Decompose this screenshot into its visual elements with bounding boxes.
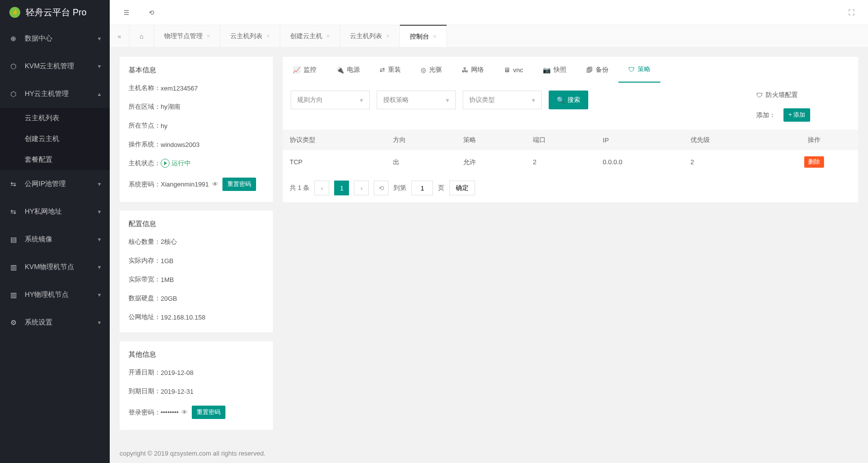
console-tab-3[interactable]: ◎光驱 (411, 57, 452, 83)
tab-label: 控制台 (410, 32, 429, 41)
page-tab-4[interactable]: 控制台× (400, 25, 447, 47)
loginpwd-label: 登录密码 (129, 408, 161, 417)
console-tabs: 📈监控🔌电源⇄重装◎光驱🖧网络🖥vnc📷快照🗐备份🛡策略 (283, 57, 858, 83)
caret-down-icon: ▾ (360, 96, 363, 104)
disk-label: 数据硬盘 (129, 294, 161, 303)
chevron-down-icon: ▾ (98, 319, 101, 326)
eye-off-icon[interactable]: 👁 (212, 181, 218, 188)
sidebar-item-5[interactable]: ▤系统镜像▾ (0, 226, 110, 253)
console-tab-7[interactable]: 🗐备份 (576, 57, 618, 83)
nav-label: 系统设置 (25, 318, 98, 327)
pager-next-button[interactable]: › (354, 181, 369, 195)
delete-button[interactable]: 删除 (804, 156, 824, 168)
fullscreen-icon[interactable]: ⛶ (844, 5, 858, 19)
sidebar-item-6[interactable]: ▥KVM物理机节点▾ (0, 253, 110, 281)
col-header-2: 策略 (456, 130, 526, 150)
chevron-down-icon: ▾ (98, 236, 101, 243)
policy-select[interactable]: 授权策略▾ (377, 91, 456, 109)
footer: copyright © 2019 qzsystem.com all rights… (110, 443, 868, 463)
close-icon[interactable]: × (433, 33, 436, 40)
page-tab-1[interactable]: 云主机列表× (220, 25, 280, 47)
sidebar-item-0[interactable]: ⊕数据中心▾ (0, 25, 110, 52)
node-label: 所在节点 (129, 121, 161, 130)
chevron-down-icon: ▾ (98, 63, 101, 70)
nav-label: 系统镜像 (25, 235, 98, 244)
close-icon[interactable]: × (207, 33, 210, 40)
tab-icon: 🔌 (336, 66, 344, 74)
nav-label: HY私网地址 (25, 207, 98, 216)
console-tab-1[interactable]: 🔌电源 (326, 57, 370, 83)
pager-refresh-icon[interactable]: ⟲ (374, 181, 389, 195)
firewall-box: 🛡防火墙配置 添加： 添加 (756, 91, 850, 122)
reset-loginpwd-button[interactable]: 重置密码 (192, 406, 225, 419)
sidebar-item-3[interactable]: ⇆公网IP池管理▾ (0, 170, 110, 198)
pager-total: 共 1 条 (290, 184, 309, 192)
sidebar-subitem-2-2[interactable]: 套餐配置 (0, 149, 110, 170)
rules-table: 协议类型方向策略端口IP优先级操作 TCP出允许20.0.0.02删除 (283, 130, 858, 174)
tab-label: vnc (513, 66, 523, 74)
home-tab[interactable]: ⌂ (130, 25, 154, 47)
sidebar-subitem-2-0[interactable]: 云主机列表 (0, 108, 110, 129)
sidebar-item-8[interactable]: ⚙系统设置▾ (0, 309, 110, 336)
config-title: 配置信息 (129, 220, 264, 229)
tabs-prev-icon[interactable]: « (110, 25, 130, 47)
tab-label: 云主机列表 (350, 32, 382, 41)
tab-icon: 🖧 (462, 66, 468, 74)
syspwd-label: 系统密码 (129, 180, 161, 189)
add-rule-button[interactable]: 添加 (783, 108, 810, 122)
pager-page-1[interactable]: 1 (334, 181, 349, 195)
sidebar-item-1[interactable]: ⬡KVM云主机管理▾ (0, 52, 110, 80)
col-header-4: IP (596, 130, 683, 150)
page-tab-0[interactable]: 物理节点管理× (154, 25, 220, 47)
col-header-3: 端口 (526, 130, 596, 150)
nav-icon: ⬡ (9, 90, 18, 98)
eye-icon[interactable]: 👁 (181, 409, 188, 416)
tab-label: 备份 (596, 65, 608, 74)
console-tab-6[interactable]: 📷快照 (533, 57, 576, 83)
sidebar-subitem-2-1[interactable]: 创建云主机 (0, 129, 110, 149)
sidebar-item-7[interactable]: ▥HY物理机节点▾ (0, 281, 110, 309)
direction-select[interactable]: 规则方向▾ (291, 91, 370, 109)
tab-label: 电源 (347, 65, 360, 74)
refresh-icon[interactable]: ⟲ (144, 5, 158, 19)
close-icon[interactable]: × (266, 33, 270, 40)
os-value: windows2003 (161, 141, 200, 148)
pager-ok-button[interactable]: 确定 (449, 181, 475, 195)
page-tab-3[interactable]: 云主机列表× (340, 25, 400, 47)
open-label: 开通日期 (129, 368, 161, 377)
nav-icon: ▥ (9, 263, 18, 271)
console-tab-8[interactable]: 🛡策略 (618, 57, 660, 83)
pager-prev-button[interactable]: ‹ (314, 181, 329, 195)
sidebar-item-4[interactable]: ⇆HY私网地址▾ (0, 198, 110, 226)
nav-label: KVM物理机节点 (25, 263, 98, 272)
sidebar-item-2[interactable]: ⬡HY云主机管理▴ (0, 80, 110, 108)
close-icon[interactable]: × (326, 33, 330, 40)
region-value: hy湖南 (161, 102, 180, 111)
syspwd-value: Xiangenmin1991 (161, 181, 209, 188)
caret-down-icon: ▾ (532, 96, 535, 104)
tab-icon: 📷 (543, 66, 551, 74)
console-tab-2[interactable]: ⇄重装 (370, 57, 411, 83)
protocol-select[interactable]: 协议类型▾ (463, 91, 542, 109)
main-content: 基本信息 主机名称xem1234567 所在区域hy湖南 所在节点hy 操作系统… (110, 47, 868, 443)
console-tab-0[interactable]: 📈监控 (283, 57, 326, 83)
close-icon[interactable]: × (386, 33, 390, 40)
brand-text: 轻舟云平台 Pro (26, 6, 87, 18)
console-tab-5[interactable]: 🖥vnc (494, 57, 533, 83)
ip-value: 192.168.10.158 (161, 314, 205, 321)
nav-icon: ⬡ (9, 62, 18, 70)
pager-goto-input[interactable] (411, 181, 433, 195)
menu-toggle-icon[interactable]: ☰ (120, 5, 133, 19)
chevron-down-icon: ▾ (98, 35, 101, 42)
pager-page-unit: 页 (438, 184, 444, 192)
console-tab-4[interactable]: 🖧网络 (452, 57, 494, 83)
play-icon (161, 159, 170, 168)
tab-label: 快照 (554, 65, 566, 74)
search-button[interactable]: 🔍搜索 (549, 91, 588, 109)
nav-label: KVM云主机管理 (25, 62, 98, 71)
cores-value: 2核心 (161, 237, 177, 246)
col-header-6: 操作 (770, 130, 858, 150)
tab-icon: ⇄ (380, 66, 385, 74)
reset-syspwd-button[interactable]: 重置密码 (222, 178, 256, 191)
page-tab-2[interactable]: 创建云主机× (280, 25, 340, 47)
